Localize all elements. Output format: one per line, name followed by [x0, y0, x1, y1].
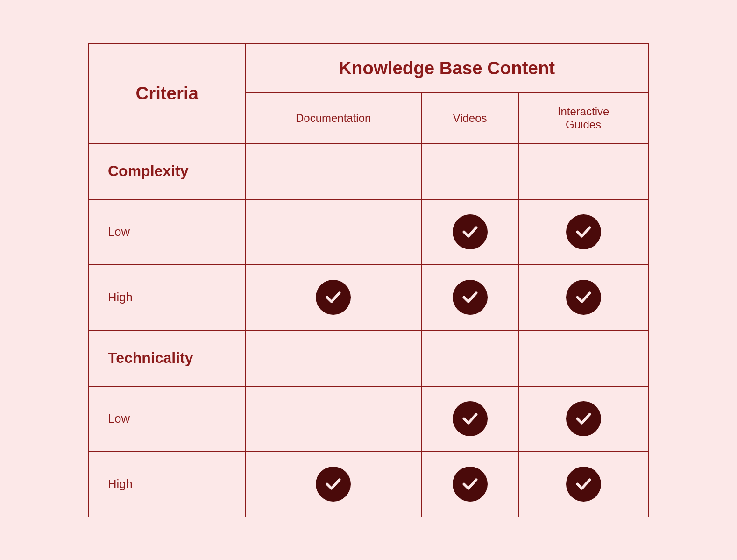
check-cell-technicality-low-0: [245, 386, 421, 452]
empty-cell: [245, 330, 421, 386]
check-cell-complexity-low-2: [518, 199, 648, 265]
check-cell-complexity-high-0: [245, 265, 421, 330]
check-cell-technicality-low-1: [421, 386, 518, 452]
empty-cell: [421, 330, 518, 386]
sub-row-complexity-low: Low: [89, 199, 648, 265]
col-header-documentation: Documentation: [245, 93, 421, 143]
check-cell-complexity-low-1: [421, 199, 518, 265]
knowledge-base-header: Knowledge Base Content: [245, 43, 648, 93]
criteria-label: Criteria: [136, 83, 198, 103]
check-icon: [566, 214, 601, 249]
check-icon: [453, 467, 488, 502]
check-cell-technicality-high-0: [245, 452, 421, 517]
criteria-table: Criteria Knowledge Base Content Document…: [88, 43, 649, 517]
sub-row-technicality-low: Low: [89, 386, 648, 452]
empty-cell: [518, 143, 648, 199]
check-icon: [566, 467, 601, 502]
check-icon: [566, 280, 601, 315]
sub-row-technicality-high: High: [89, 452, 648, 517]
check-icon: [316, 467, 351, 502]
table-container: Criteria Knowledge Base Content Document…: [88, 43, 649, 517]
category-row-technicality: Technicality: [89, 330, 648, 386]
check-cell-complexity-high-1: [421, 265, 518, 330]
check-cell-technicality-high-1: [421, 452, 518, 517]
check-icon: [453, 280, 488, 315]
check-cell-technicality-low-2: [518, 386, 648, 452]
col-header-videos: Videos: [421, 93, 518, 143]
empty-cell: [245, 143, 421, 199]
check-cell-complexity-high-2: [518, 265, 648, 330]
sub-row-complexity-high: High: [89, 265, 648, 330]
criteria-header: Criteria: [89, 43, 245, 143]
category-row-complexity: Complexity: [89, 143, 648, 199]
check-cell-technicality-high-2: [518, 452, 648, 517]
row-label-complexity-low: Low: [89, 199, 245, 265]
check-icon: [566, 401, 601, 436]
category-label-technicality: Technicality: [89, 330, 245, 386]
knowledge-base-label: Knowledge Base Content: [339, 58, 555, 78]
row-label-technicality-low: Low: [89, 386, 245, 452]
empty-cell: [421, 143, 518, 199]
category-label-complexity: Complexity: [89, 143, 245, 199]
check-icon: [316, 280, 351, 315]
check-icon: [453, 401, 488, 436]
row-label-technicality-high: High: [89, 452, 245, 517]
empty-cell: [518, 330, 648, 386]
row-label-complexity-high: High: [89, 265, 245, 330]
check-icon: [453, 214, 488, 249]
col-header-interactive-guides: InteractiveGuides: [518, 93, 648, 143]
check-cell-complexity-low-0: [245, 199, 421, 265]
